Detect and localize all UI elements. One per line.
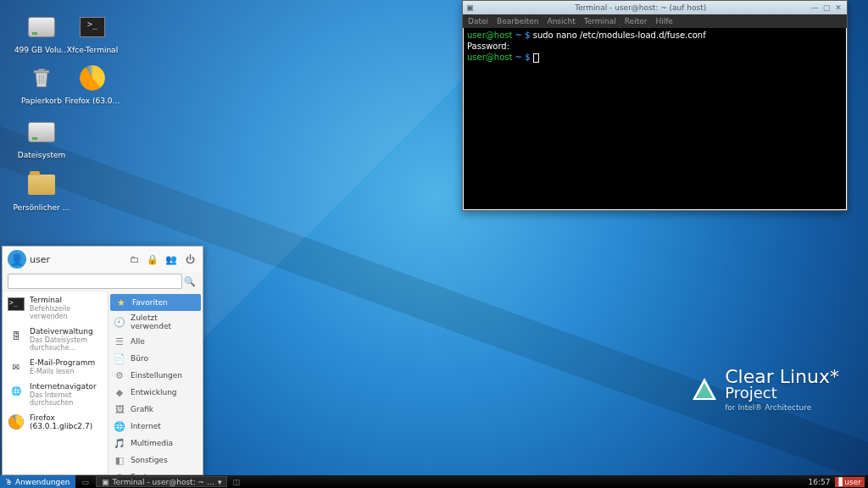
- appmenu-username: user: [30, 254, 123, 265]
- gear-icon: ⚙: [114, 369, 125, 381]
- terminal-menubar: Datei Bearbeiten Ansicht Terminal Reiter…: [463, 14, 847, 28]
- desktop-icon-filesystem[interactable]: Dateisystem: [12, 117, 71, 160]
- user-avatar-icon[interactable]: 👤: [8, 250, 26, 269]
- menu-terminal[interactable]: Terminal: [584, 17, 616, 25]
- menu-tabs[interactable]: Reiter: [625, 17, 648, 25]
- menu-help[interactable]: Hilfe: [655, 17, 672, 25]
- menu-view[interactable]: Ansicht: [547, 17, 575, 25]
- category-settings[interactable]: ⚙Einstellungen: [108, 367, 203, 384]
- application-menu: 👤 user 🗀 🔒 👥 ⏻ 🔍 >_ TerminalBefehlszeile…: [2, 246, 203, 475]
- desktop-icon-home[interactable]: Persönlicher …: [12, 169, 71, 213]
- clear-linux-logo-icon: [693, 378, 716, 400]
- search-input[interactable]: [8, 274, 182, 289]
- terminal-cursor: [533, 53, 539, 63]
- category-other[interactable]: ◧Sonstiges: [108, 452, 203, 469]
- category-office[interactable]: 📄Büro: [108, 350, 203, 367]
- star-icon: ★: [115, 297, 127, 308]
- appmenu-header: 👤 user 🗀 🔒 👥 ⏻: [3, 247, 203, 272]
- show-desktop-button[interactable]: ▭: [79, 478, 93, 486]
- power-icon[interactable]: ⏻: [182, 252, 198, 267]
- dev-icon: ◆: [114, 386, 125, 398]
- user-icon: ▋: [838, 478, 844, 486]
- folder-icon: [26, 169, 57, 200]
- desktop-icon-terminal[interactable]: >_ Xfce-Terminal: [63, 12, 122, 55]
- harddrive-icon: [26, 12, 57, 42]
- terminal-window[interactable]: ▣ Terminal - user@host: ~ (auf host) — ▢…: [462, 0, 848, 211]
- favorite-files[interactable]: 🗄 DateiverwaltungDas Dateisystem durchsu…: [3, 324, 108, 355]
- search-icon[interactable]: 🔍: [182, 276, 198, 287]
- files-icon[interactable]: 🗀: [126, 252, 142, 267]
- appmenu-favorites: >_ TerminalBefehlszeile verwenden 🗄 Date…: [3, 292, 108, 474]
- files-icon: 🗄: [8, 327, 25, 344]
- firefox-icon: [77, 63, 108, 93]
- globe-icon: 🌐: [8, 382, 25, 399]
- switch-user-icon[interactable]: 👥: [164, 252, 179, 267]
- firefox-icon: [8, 413, 25, 430]
- list-icon: ☰: [114, 336, 125, 347]
- terminal-icon: >_: [77, 12, 108, 42]
- favorite-terminal[interactable]: >_ TerminalBefehlszeile verwenden: [3, 292, 108, 324]
- favorite-mail[interactable]: ✉ E-Mail-ProgrammE-Mails lesen: [3, 355, 108, 379]
- category-recent[interactable]: 🕘Zuletzt verwendet: [108, 311, 203, 333]
- menu-file[interactable]: Datei: [468, 17, 488, 25]
- favorite-firefox[interactable]: Firefox (63.0.1.glibc2.7): [3, 410, 108, 434]
- favorite-browser[interactable]: 🌐 InternetnavigatorDas Internet durchsuc…: [3, 379, 108, 410]
- category-favorites[interactable]: ★Favoriten: [110, 294, 201, 311]
- chevron-down-icon: ▾: [218, 478, 222, 486]
- brand-line3: for Intel® Architecture: [725, 403, 839, 412]
- category-all[interactable]: ☰Alle: [108, 333, 203, 350]
- close-button[interactable]: ✕: [833, 3, 843, 13]
- desktop-icon-firefox[interactable]: Firefox (63.0…: [63, 63, 122, 106]
- mouse-icon: 🖱: [5, 478, 13, 486]
- icon-label: Dateisystem: [12, 151, 71, 160]
- taskbar-user[interactable]: ▋ user: [835, 477, 865, 487]
- workspace-switcher[interactable]: ◫: [232, 478, 240, 486]
- window-app-icon: ▣: [466, 3, 474, 12]
- trash-icon: [26, 63, 57, 93]
- terminal-content[interactable]: user@host ~ $ sudo nano /etc/modules-loa…: [463, 28, 847, 210]
- taskbar-clock[interactable]: 16:57: [809, 478, 831, 486]
- taskbar: 🖱 Anwendungen ▭ ▣ Terminal - user@host: …: [0, 475, 868, 488]
- window-title: Terminal - user@host: ~ (auf host): [474, 3, 808, 12]
- icon-label: Xfce-Terminal: [63, 46, 122, 55]
- menu-edit[interactable]: Bearbeiten: [497, 17, 538, 25]
- category-multimedia[interactable]: 🎵Multimedia: [108, 435, 203, 452]
- appmenu-categories: ★Favoriten 🕘Zuletzt verwendet ☰Alle 📄Bür…: [108, 292, 203, 474]
- maximize-button[interactable]: ▢: [821, 3, 832, 13]
- lock-icon[interactable]: 🔒: [145, 252, 160, 267]
- taskbar-task-terminal[interactable]: ▣ Terminal - user@host: ~ … ▾: [96, 476, 227, 487]
- appmenu-search-row: 🔍: [3, 272, 203, 292]
- terminal-icon: ▣: [102, 478, 109, 486]
- icon-label: Persönlicher …: [12, 203, 71, 213]
- other-icon: ◧: [114, 454, 125, 466]
- category-graphics[interactable]: 🖼Grafik: [108, 401, 203, 418]
- category-development[interactable]: ◆Entwicklung: [108, 384, 203, 401]
- icon-label: Firefox (63.0…: [63, 97, 122, 106]
- harddrive-icon: [26, 117, 57, 147]
- distro-brand: Clear Linux* Project for Intel® Architec…: [693, 366, 839, 412]
- mail-icon: ✉: [8, 358, 25, 375]
- applications-button[interactable]: 🖱 Anwendungen: [0, 475, 75, 488]
- clock-icon: 🕘: [114, 316, 125, 328]
- minimize-button[interactable]: —: [810, 3, 820, 13]
- window-titlebar[interactable]: ▣ Terminal - user@host: ~ (auf host) — ▢…: [463, 1, 847, 14]
- globe-icon: 🌐: [114, 420, 125, 432]
- terminal-icon: >_: [8, 296, 25, 313]
- category-internet[interactable]: 🌐Internet: [108, 418, 203, 435]
- office-icon: 📄: [114, 352, 125, 364]
- graphics-icon: 🖼: [114, 403, 125, 415]
- music-icon: 🎵: [114, 437, 125, 449]
